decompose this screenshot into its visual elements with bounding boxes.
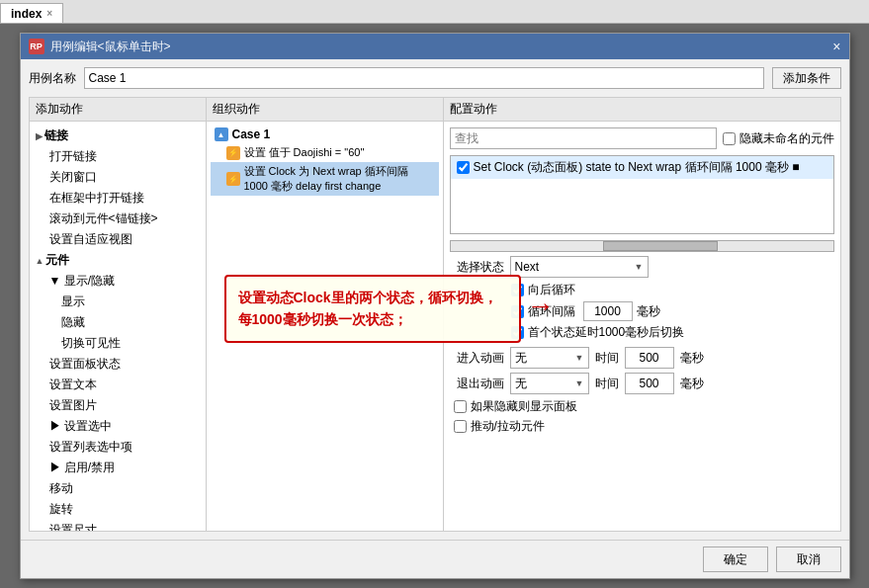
tree-item-set-panel-state[interactable]: 设置面板状态	[30, 354, 206, 375]
push-pull-checkbox[interactable]	[454, 420, 467, 433]
exit-time-input[interactable]	[625, 373, 674, 394]
enter-anim-select[interactable]: 无 ▼	[510, 347, 589, 369]
use-case-row: 用例名称 添加条件	[29, 67, 841, 89]
tab-bar: index ×	[0, 0, 869, 24]
hscroll-thumb	[603, 241, 718, 251]
tree-item-set-selected[interactable]: ▶ 设置选中	[30, 416, 206, 437]
tree-item-set-size[interactable]: 设置尺寸	[30, 520, 206, 531]
tree-group-link-label[interactable]: ▶ 链接	[30, 126, 206, 146]
action-icon-2: ⚡	[226, 172, 240, 186]
callout-arrow-icon: →	[527, 293, 555, 320]
exit-anim-select[interactable]: 无 ▼	[510, 373, 589, 394]
dialog-overlay: RP 用例编辑<鼠标单击时> × 用例名称 添加条件 添加动作	[0, 24, 869, 588]
exit-time-unit: 毫秒	[680, 376, 704, 392]
panel-left-body: ▶ 链接 打开链接 关闭窗口 在框架中打开链接 滚动到元件<锚链接> 设置自适应…	[30, 122, 206, 531]
tree-item-enable-disable[interactable]: ▶ 启用/禁用	[30, 458, 206, 478]
enter-anim-label: 进入动画	[450, 350, 504, 367]
show-if-hidden-checkbox[interactable]	[454, 400, 467, 413]
triangle-link: ▶	[36, 131, 43, 141]
action-row-2[interactable]: ⚡ 设置 Clock 为 Next wrap 循环间隔 1000 毫秒 dela…	[211, 162, 439, 196]
tree-item-adaptive-view[interactable]: 设置自适应视图	[30, 229, 206, 250]
tree-item-rotate[interactable]: 旋转	[30, 499, 206, 520]
panel-right-header: 配置动作	[444, 98, 840, 122]
triangle-component: ▲	[36, 256, 44, 266]
hide-unnamed-row: 隐藏未命名的元件	[723, 130, 834, 147]
interval-input[interactable]	[583, 301, 633, 321]
hide-unnamed-label: 隐藏未命名的元件	[739, 130, 834, 147]
case-icon: ▲	[215, 127, 228, 141]
hscroll[interactable]	[450, 240, 834, 252]
action-label-1: 设置 值于 Daojishi = "60"	[244, 145, 365, 160]
panel-middle-header: 组织动作	[207, 98, 443, 122]
tree-item-scroll-to[interactable]: 滚动到元件<锚链接>	[30, 209, 206, 229]
panels-container: 添加动作 ▶ 链接 打开链接 关闭窗口 在框架中打开链接 滚动到元件<锚链接>	[29, 97, 841, 532]
tree-item-toggle-visibility[interactable]: 切换可见性	[30, 333, 206, 354]
tree-item-close-window[interactable]: 关闭窗口	[30, 167, 206, 188]
state-select[interactable]: Next ▼	[510, 256, 649, 278]
panel-add-action: 添加动作 ▶ 链接 打开链接 关闭窗口 在框架中打开链接 滚动到元件<锚链接>	[29, 97, 207, 532]
tree-group-link: ▶ 链接 打开链接 关闭窗口 在框架中打开链接 滚动到元件<锚链接> 设置自适应…	[30, 126, 206, 250]
select-state-label: 选择状态	[450, 259, 504, 276]
exit-anim-label: 退出动画	[450, 376, 504, 392]
show-if-hidden-row: 如果隐藏则显示面板	[450, 398, 834, 415]
tab-close-icon[interactable]: ×	[46, 8, 52, 19]
callout-text: 设置动态Clock里的两个状态，循环切换，每1000毫秒切换一次状态；	[238, 290, 497, 327]
tree-item-open-link[interactable]: 打开链接	[30, 146, 206, 167]
tree-group-component-label[interactable]: ▲ 元件	[30, 250, 206, 271]
state-item-label-1: Set Clock (动态面板) state to Next wrap 循环间隔…	[474, 159, 800, 176]
use-case-label: 用例名称	[29, 70, 76, 87]
tree-item-move[interactable]: 移动	[30, 478, 206, 499]
state-select-value: Next	[515, 260, 540, 274]
exit-anim-value: 无	[515, 376, 527, 392]
enter-time-input[interactable]	[625, 347, 674, 369]
tab-index[interactable]: index ×	[0, 3, 63, 23]
enter-time-unit: 毫秒	[680, 350, 704, 367]
state-list-area: Set Clock (动态面板) state to Next wrap 循环间隔…	[450, 155, 834, 234]
exit-anim-chevron: ▼	[575, 378, 584, 388]
dialog-content: 用例名称 添加条件 添加动作 ▶ 链接	[21, 59, 849, 540]
use-case-input[interactable]	[84, 67, 764, 89]
case-row: ▲ Case 1	[211, 126, 439, 143]
state-checkbox-1[interactable]	[457, 161, 470, 174]
titlebar-left: RP 用例编辑<鼠标单击时>	[29, 39, 171, 55]
scrollbar-row	[450, 240, 834, 252]
tree-group-component-text: 元件	[45, 252, 69, 269]
tree-group-component: ▲ 元件 ▼ 显示/隐藏 显示 隐藏 切换可见性 设置面板状态 设置文本 设置图…	[30, 250, 206, 531]
tree-item-set-list-item[interactable]: 设置列表选中项	[30, 437, 206, 458]
search-row: 隐藏未命名的元件	[450, 127, 834, 149]
tree-item-set-image[interactable]: 设置图片	[30, 395, 206, 416]
enter-anim-value: 无	[515, 350, 527, 367]
tree-item-open-in-frame[interactable]: 在框架中打开链接	[30, 188, 206, 209]
delay-label: 首个状态延时1000毫秒后切换	[528, 324, 685, 341]
interval-unit: 毫秒	[637, 303, 660, 320]
dialog-title: 用例编辑<鼠标单击时>	[50, 39, 171, 55]
tree-item-show[interactable]: 显示	[30, 292, 206, 312]
tree-item-set-text[interactable]: 设置文本	[30, 375, 206, 395]
tree-item-show-hide[interactable]: ▼ 显示/隐藏	[30, 271, 206, 292]
tree-item-hide[interactable]: 隐藏	[30, 312, 206, 333]
callout-annotation: 设置动态Clock里的两个状态，循环切换，每1000毫秒切换一次状态； →	[224, 275, 521, 343]
action-icon-1: ⚡	[226, 146, 240, 160]
enter-anim-chevron: ▼	[575, 353, 584, 363]
dialog-close-button[interactable]: ×	[832, 39, 840, 54]
state-list-item-1[interactable]: Set Clock (动态面板) state to Next wrap 循环间隔…	[451, 156, 833, 179]
enter-time-label: 时间	[595, 350, 619, 367]
push-pull-label: 推动/拉动元件	[471, 418, 545, 435]
action-label-2: 设置 Clock 为 Next wrap 循环间隔 1000 毫秒 delay …	[244, 164, 435, 194]
hide-unnamed-checkbox[interactable]	[723, 132, 736, 145]
add-condition-button[interactable]: 添加条件	[772, 67, 841, 89]
push-pull-row: 推动/拉动元件	[450, 418, 834, 435]
tree-group-link-text: 链接	[44, 127, 68, 144]
state-select-chevron: ▼	[635, 262, 644, 272]
case-label: Case 1	[232, 127, 271, 141]
panel-left-header: 添加动作	[30, 98, 206, 122]
ok-button[interactable]: 确定	[703, 546, 768, 572]
dialog-title-icon: RP	[29, 39, 44, 54]
exit-anim-row: 退出动画 无 ▼ 时间 毫秒	[450, 373, 834, 394]
enter-anim-row: 进入动画 无 ▼ 时间 毫秒	[450, 347, 834, 369]
action-row-1[interactable]: ⚡ 设置 值于 Daojishi = "60"	[211, 143, 439, 162]
search-input[interactable]	[450, 127, 717, 149]
use-case-dialog: RP 用例编辑<鼠标单击时> × 用例名称 添加条件 添加动作	[20, 33, 850, 579]
cancel-button[interactable]: 取消	[776, 546, 841, 572]
dialog-footer: 确定 取消	[21, 540, 849, 578]
